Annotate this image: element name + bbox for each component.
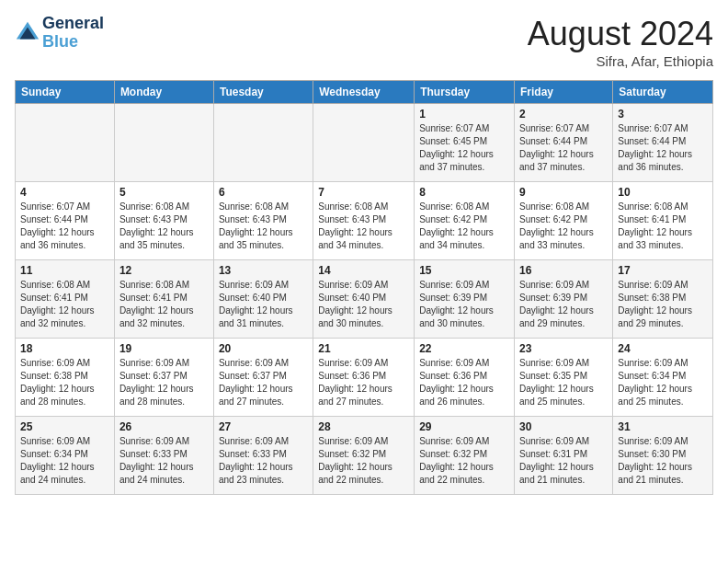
day-number: 30	[519, 420, 608, 433]
day-number: 9	[519, 186, 608, 199]
day-info: Sunrise: 6:08 AM Sunset: 6:43 PM Dayligh…	[318, 201, 409, 252]
calendar-cell: 13Sunrise: 6:09 AM Sunset: 6:40 PM Dayli…	[213, 260, 313, 339]
day-number: 8	[419, 186, 509, 199]
calendar-cell: 21Sunrise: 6:09 AM Sunset: 6:36 PM Dayli…	[313, 339, 415, 417]
day-number: 18	[20, 342, 109, 355]
logo-icon	[15, 20, 40, 46]
day-number: 1	[419, 108, 509, 121]
day-number: 23	[519, 342, 608, 355]
calendar-cell: 7Sunrise: 6:08 AM Sunset: 6:43 PM Daylig…	[313, 182, 415, 260]
day-number: 11	[20, 264, 109, 277]
day-number: 3	[618, 108, 708, 121]
day-info: Sunrise: 6:09 AM Sunset: 6:39 PM Dayligh…	[419, 279, 509, 330]
calendar-week-row: 11Sunrise: 6:08 AM Sunset: 6:41 PM Dayli…	[16, 260, 713, 339]
day-number: 5	[119, 186, 209, 199]
day-number: 4	[20, 186, 109, 199]
day-number: 19	[119, 342, 209, 355]
day-info: Sunrise: 6:09 AM Sunset: 6:32 PM Dayligh…	[419, 435, 509, 487]
day-number: 28	[318, 420, 409, 433]
day-info: Sunrise: 6:09 AM Sunset: 6:30 PM Dayligh…	[618, 435, 708, 487]
logo: General Blue	[15, 15, 104, 52]
weekday-header-row: SundayMondayTuesdayWednesdayThursdayFrid…	[16, 81, 713, 104]
day-number: 31	[618, 420, 708, 433]
day-info: Sunrise: 6:09 AM Sunset: 6:32 PM Dayligh…	[318, 435, 409, 487]
day-number: 10	[618, 186, 708, 199]
day-info: Sunrise: 6:09 AM Sunset: 6:34 PM Dayligh…	[20, 435, 109, 487]
calendar-week-row: 1Sunrise: 6:07 AM Sunset: 6:45 PM Daylig…	[16, 104, 713, 182]
day-info: Sunrise: 6:09 AM Sunset: 6:33 PM Dayligh…	[119, 435, 209, 487]
day-number: 13	[219, 264, 308, 277]
day-info: Sunrise: 6:08 AM Sunset: 6:41 PM Dayligh…	[618, 201, 708, 252]
weekday-header: Saturday	[613, 81, 713, 104]
calendar-week-row: 4Sunrise: 6:07 AM Sunset: 6:44 PM Daylig…	[16, 182, 713, 260]
calendar-cell: 8Sunrise: 6:08 AM Sunset: 6:42 PM Daylig…	[415, 182, 515, 260]
calendar-cell: 14Sunrise: 6:09 AM Sunset: 6:40 PM Dayli…	[313, 260, 415, 339]
day-number: 27	[219, 420, 308, 433]
weekday-header: Sunday	[16, 81, 115, 104]
calendar-cell: 24Sunrise: 6:09 AM Sunset: 6:34 PM Dayli…	[613, 339, 713, 417]
day-info: Sunrise: 6:08 AM Sunset: 6:41 PM Dayligh…	[20, 279, 109, 330]
calendar-cell: 28Sunrise: 6:09 AM Sunset: 6:32 PM Dayli…	[313, 417, 415, 495]
title-block: August 2024 Sifra, Afar, Ethiopia	[528, 15, 713, 69]
weekday-header: Thursday	[415, 81, 515, 104]
logo-line1: General	[42, 15, 104, 33]
day-info: Sunrise: 6:09 AM Sunset: 6:36 PM Dayligh…	[318, 357, 409, 408]
calendar-cell	[16, 104, 115, 182]
weekday-header: Wednesday	[313, 81, 415, 104]
calendar-cell: 18Sunrise: 6:09 AM Sunset: 6:38 PM Dayli…	[16, 339, 115, 417]
day-info: Sunrise: 6:08 AM Sunset: 6:41 PM Dayligh…	[119, 279, 209, 330]
calendar-cell: 1Sunrise: 6:07 AM Sunset: 6:45 PM Daylig…	[415, 104, 515, 182]
day-number: 24	[618, 342, 708, 355]
day-info: Sunrise: 6:08 AM Sunset: 6:42 PM Dayligh…	[419, 201, 509, 252]
calendar-cell: 26Sunrise: 6:09 AM Sunset: 6:33 PM Dayli…	[114, 417, 213, 495]
weekday-header: Monday	[114, 81, 213, 104]
calendar-cell: 17Sunrise: 6:09 AM Sunset: 6:38 PM Dayli…	[613, 260, 713, 339]
day-number: 2	[519, 108, 608, 121]
calendar-cell: 9Sunrise: 6:08 AM Sunset: 6:42 PM Daylig…	[515, 182, 613, 260]
calendar-cell: 2Sunrise: 6:07 AM Sunset: 6:44 PM Daylig…	[515, 104, 613, 182]
calendar-cell: 27Sunrise: 6:09 AM Sunset: 6:33 PM Dayli…	[213, 417, 313, 495]
calendar-cell: 30Sunrise: 6:09 AM Sunset: 6:31 PM Dayli…	[515, 417, 613, 495]
calendar-cell: 11Sunrise: 6:08 AM Sunset: 6:41 PM Dayli…	[16, 260, 115, 339]
day-number: 7	[318, 186, 409, 199]
calendar-table: SundayMondayTuesdayWednesdayThursdayFrid…	[15, 80, 713, 495]
location: Sifra, Afar, Ethiopia	[528, 53, 713, 69]
calendar-cell: 10Sunrise: 6:08 AM Sunset: 6:41 PM Dayli…	[613, 182, 713, 260]
month-title: August 2024	[528, 15, 713, 53]
calendar-week-row: 25Sunrise: 6:09 AM Sunset: 6:34 PM Dayli…	[16, 417, 713, 495]
day-number: 22	[419, 342, 509, 355]
day-number: 14	[318, 264, 409, 277]
calendar-cell: 23Sunrise: 6:09 AM Sunset: 6:35 PM Dayli…	[515, 339, 613, 417]
day-info: Sunrise: 6:09 AM Sunset: 6:37 PM Dayligh…	[219, 357, 308, 408]
calendar-cell: 29Sunrise: 6:09 AM Sunset: 6:32 PM Dayli…	[415, 417, 515, 495]
calendar-cell: 20Sunrise: 6:09 AM Sunset: 6:37 PM Dayli…	[213, 339, 313, 417]
day-info: Sunrise: 6:08 AM Sunset: 6:42 PM Dayligh…	[519, 201, 608, 252]
day-number: 26	[119, 420, 209, 433]
calendar-cell: 4Sunrise: 6:07 AM Sunset: 6:44 PM Daylig…	[16, 182, 115, 260]
calendar-cell: 3Sunrise: 6:07 AM Sunset: 6:44 PM Daylig…	[613, 104, 713, 182]
day-number: 16	[519, 264, 608, 277]
calendar-cell: 19Sunrise: 6:09 AM Sunset: 6:37 PM Dayli…	[114, 339, 213, 417]
day-info: Sunrise: 6:09 AM Sunset: 6:38 PM Dayligh…	[20, 357, 109, 408]
day-info: Sunrise: 6:08 AM Sunset: 6:43 PM Dayligh…	[119, 201, 209, 252]
calendar-cell: 25Sunrise: 6:09 AM Sunset: 6:34 PM Dayli…	[16, 417, 115, 495]
day-info: Sunrise: 6:08 AM Sunset: 6:43 PM Dayligh…	[219, 201, 308, 252]
weekday-header: Friday	[515, 81, 613, 104]
day-info: Sunrise: 6:09 AM Sunset: 6:31 PM Dayligh…	[519, 435, 608, 487]
day-number: 20	[219, 342, 308, 355]
day-info: Sunrise: 6:09 AM Sunset: 6:35 PM Dayligh…	[519, 357, 608, 408]
day-number: 29	[419, 420, 509, 433]
day-info: Sunrise: 6:09 AM Sunset: 6:33 PM Dayligh…	[219, 435, 308, 487]
day-number: 6	[219, 186, 308, 199]
day-info: Sunrise: 6:09 AM Sunset: 6:39 PM Dayligh…	[519, 279, 608, 330]
day-info: Sunrise: 6:07 AM Sunset: 6:44 PM Dayligh…	[519, 122, 608, 174]
day-info: Sunrise: 6:07 AM Sunset: 6:44 PM Dayligh…	[618, 122, 708, 174]
calendar-cell: 15Sunrise: 6:09 AM Sunset: 6:39 PM Dayli…	[415, 260, 515, 339]
logo-line2: Blue	[42, 32, 78, 51]
day-info: Sunrise: 6:09 AM Sunset: 6:40 PM Dayligh…	[219, 279, 308, 330]
calendar-cell	[114, 104, 213, 182]
day-info: Sunrise: 6:09 AM Sunset: 6:34 PM Dayligh…	[618, 357, 708, 408]
calendar-cell: 31Sunrise: 6:09 AM Sunset: 6:30 PM Dayli…	[613, 417, 713, 495]
day-number: 21	[318, 342, 409, 355]
calendar-cell	[213, 104, 313, 182]
